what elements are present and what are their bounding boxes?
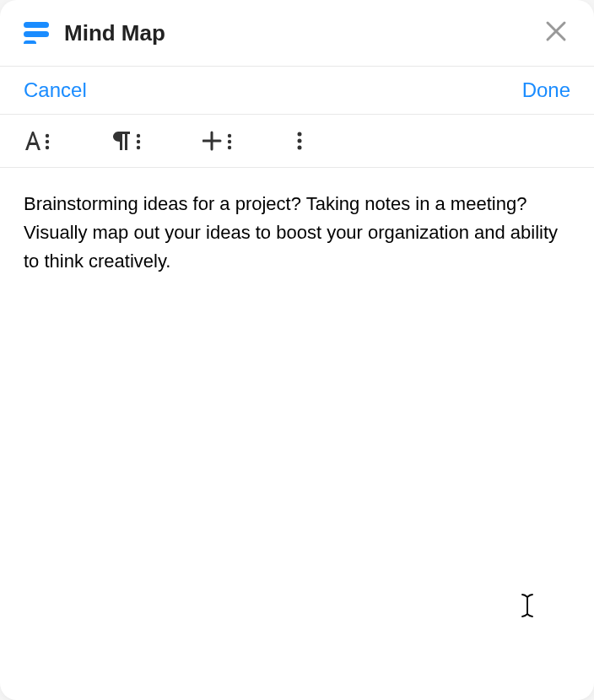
app-logo-icon bbox=[24, 22, 51, 44]
more-options-button[interactable] bbox=[294, 130, 305, 152]
modal-header: Mind Map bbox=[0, 0, 594, 67]
close-icon[interactable] bbox=[542, 17, 570, 49]
svg-rect-1 bbox=[24, 31, 49, 37]
paragraph-style-button[interactable] bbox=[111, 130, 143, 152]
svg-point-14 bbox=[228, 140, 231, 143]
modal-container: Mind Map Cancel Done bbox=[0, 0, 594, 700]
actions-bar: Cancel Done bbox=[0, 67, 594, 115]
svg-point-5 bbox=[46, 134, 49, 137]
svg-point-6 bbox=[46, 140, 49, 143]
text-cursor-icon bbox=[520, 593, 535, 624]
svg-point-8 bbox=[137, 134, 140, 137]
svg-point-9 bbox=[137, 140, 140, 143]
svg-point-7 bbox=[46, 146, 49, 149]
svg-point-15 bbox=[228, 146, 231, 149]
svg-rect-2 bbox=[24, 40, 36, 44]
svg-point-10 bbox=[137, 146, 140, 149]
insert-button[interactable] bbox=[202, 130, 235, 152]
modal-title: Mind Map bbox=[64, 20, 542, 46]
done-button[interactable]: Done bbox=[522, 78, 570, 102]
format-toolbar bbox=[0, 115, 594, 168]
cancel-button[interactable]: Cancel bbox=[24, 78, 87, 102]
svg-point-18 bbox=[298, 146, 302, 150]
editor-text[interactable]: Brainstorming ideas for a project? Takin… bbox=[24, 190, 570, 276]
text-style-button[interactable] bbox=[24, 130, 52, 152]
svg-point-17 bbox=[298, 139, 302, 143]
svg-point-16 bbox=[298, 132, 302, 137]
svg-rect-0 bbox=[24, 22, 49, 28]
editor-content-area[interactable]: Brainstorming ideas for a project? Takin… bbox=[0, 168, 594, 700]
svg-point-13 bbox=[228, 134, 231, 137]
